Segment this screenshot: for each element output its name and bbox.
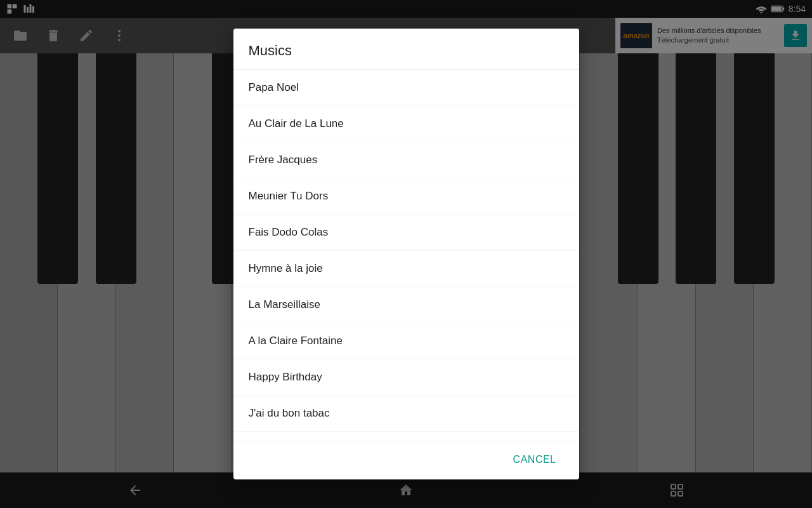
list-item[interactable]: Hymne à la joie [233, 251, 579, 287]
list-item[interactable]: Frère Jacques [233, 142, 579, 178]
list-item[interactable]: Happy Birthday [233, 359, 579, 396]
list-item[interactable]: J'ai du bon tabac [233, 396, 579, 432]
list-item[interactable]: A la Claire Fontaine [233, 323, 579, 359]
list-item[interactable]: Papa Noel [233, 70, 579, 106]
music-picker-modal: Musics Papa NoelAu Clair de La LuneFrère… [233, 29, 579, 479]
list-item[interactable]: Merry Christmas [233, 432, 579, 441]
list-item[interactable]: Meunier Tu Dors [233, 178, 579, 215]
list-item[interactable]: Au Clair de La Lune [233, 106, 579, 142]
cancel-button[interactable]: CANCEL [506, 449, 564, 471]
modal-overlay: Musics Papa NoelAu Clair de La LuneFrère… [0, 0, 812, 508]
music-list[interactable]: Papa NoelAu Clair de La LuneFrère Jacque… [233, 70, 579, 441]
modal-title: Musics [233, 29, 579, 70]
modal-actions: CANCEL [233, 441, 579, 479]
list-item[interactable]: Fais Dodo Colas [233, 215, 579, 251]
list-item[interactable]: La Marseillaise [233, 287, 579, 323]
